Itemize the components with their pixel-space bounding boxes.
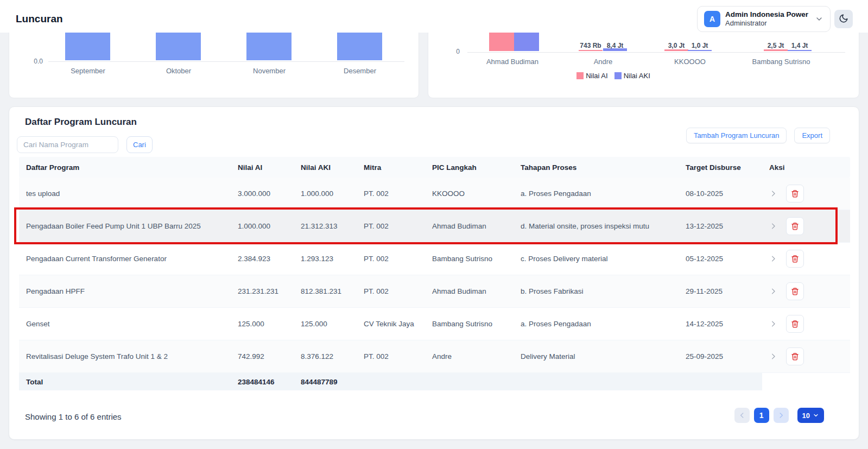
chart-legend: Nilai AI Nilai AKI [428,72,799,80]
expand-row-icon[interactable] [769,320,777,328]
expand-row-icon[interactable] [769,222,777,230]
cell-target: 05-12-2025 [679,255,762,263]
col-mitra: Mitra [357,163,425,172]
total-label: Total [19,373,231,390]
table-row[interactable]: Pengadaan HPFF 231.231.231 812.381.231 P… [19,275,850,308]
cell-aksi [762,185,850,203]
cell-aksi [762,347,850,365]
col-nilai-ai: Nilai AI [231,163,294,172]
cell-target: 29-11-2025 [679,287,762,295]
table-row-highlighted[interactable]: Pengadaan Boiler Feed Pump Unit 1 UBP Ba… [19,210,850,243]
table-header-row: Daftar Program Nilai AI Nilai AKI Mitra … [19,157,850,178]
x-label-bambang: Bambang Sutrisno [743,58,819,66]
prev-page-button[interactable] [734,408,750,423]
cell-nilai-ai: 1.000.000 [231,222,294,230]
expand-row-icon[interactable] [769,352,777,361]
cell-target: 13-12-2025 [679,222,762,230]
col-nilai-aki: Nilai AKI [294,163,357,172]
x-label-oktober: Oktober [143,67,214,75]
cell-mitra: CV Teknik Jaya [357,320,425,328]
legend-item-nilai-aki: Nilai AKI [614,72,650,80]
search-input[interactable] [17,136,118,153]
cell-pic: KKOOOO [425,189,514,198]
cell-tahapan: a. Proses Pengadaan [514,320,679,328]
cell-program: Genset [19,320,231,328]
delete-row-button[interactable] [786,282,804,300]
value-label-andre-aki: 8,4 Jt [598,42,632,49]
table-row[interactable]: Genset 125.000 125.000 CV Teknik Jaya Ba… [19,308,850,340]
cell-mitra: PT. 002 [357,287,425,295]
delete-row-button[interactable] [786,250,804,268]
table-row[interactable]: tes upload 3.000.000 1.000.000 PT. 002 K… [19,178,850,210]
x-axis [467,52,845,53]
trash-icon [791,287,799,295]
col-aksi: Aksi [762,163,850,172]
cell-mitra: PT. 002 [357,352,425,361]
table-row[interactable]: Revitalisasi Deluge System Trafo Unit 1 … [19,340,850,373]
pagination: 1 10 [734,408,824,423]
expand-row-icon[interactable] [769,287,777,295]
delete-row-button[interactable] [786,217,804,235]
page-title: Luncuran [16,13,63,25]
bar-kkoooo-nilai-aki [688,50,712,51]
table-row[interactable]: Pengadaan Current Transformer Generator … [19,243,850,275]
cell-nilai-aki: 812.381.231 [294,287,357,295]
value-label-kkoooo-aki: 1,0 Jt [683,42,717,49]
expand-row-icon[interactable] [769,255,777,263]
page-1-button[interactable]: 1 [754,408,769,423]
expand-row-icon[interactable] [769,189,777,198]
cell-target: 08-10-2025 [679,189,762,198]
page-size-value: 10 [802,412,810,420]
program-table: Daftar Program Nilai AI Nilai AKI Mitra … [19,157,850,390]
cell-nilai-ai: 231.231.231 [231,287,294,295]
legend-label: Nilai AI [586,72,607,80]
cell-pic: Ahmad Budiman [425,287,514,295]
x-label-november: November [234,67,305,75]
user-name: Admin Indonesia Power [725,10,808,20]
panel-actions: Tambah Program Luncuran Export [686,128,830,143]
tambah-program-button[interactable]: Tambah Program Luncuran [686,128,787,143]
cell-aksi [762,315,850,333]
cell-tahapan: Delivery Material [514,352,679,361]
delete-row-button[interactable] [786,185,804,203]
next-page-button[interactable] [774,408,789,423]
user-menu[interactable]: A Admin Indonesia Power Administrator [697,6,831,32]
top-header: Luncuran A Admin Indonesia Power Adminis… [0,0,868,33]
trash-icon [791,320,799,328]
cell-nilai-aki: 21.312.313 [294,222,357,230]
chevron-right-icon [777,412,785,419]
x-label-desember: Desember [325,67,395,75]
chevron-down-icon [813,412,819,419]
cell-aksi [762,282,850,300]
cell-tahapan: a. Proses Pengadaan [514,189,679,198]
cell-mitra: PT. 002 [357,222,425,230]
cari-button[interactable]: Cari [126,136,153,153]
delete-row-button[interactable] [786,347,804,365]
cell-tahapan: d. Material onsite, proses inspeksi mutu [514,222,679,230]
export-button[interactable]: Export [794,128,830,143]
cell-target: 14-12-2025 [679,320,762,328]
cell-program: Pengadaan Current Transformer Generator [19,255,231,263]
x-axis [48,61,404,62]
chevron-left-icon [738,412,746,419]
cell-pic: Andre [425,352,514,361]
cell-tahapan: c. Proses Delivery material [514,255,679,263]
cell-program: Revitalisasi Deluge System Trafo Unit 1 … [19,352,231,361]
legend-item-nilai-ai: Nilai AI [576,72,607,80]
page-size-select[interactable]: 10 [797,408,824,423]
dark-mode-toggle[interactable] [834,10,853,28]
total-nilai-aki: 844487789 [294,373,357,390]
delete-row-button[interactable] [786,315,804,333]
trash-icon [791,255,799,263]
trash-icon [791,352,799,361]
cell-program: tes upload [19,189,231,198]
user-info: Admin Indonesia Power Administrator [725,10,808,28]
bar-kkoooo-nilai-ai [664,49,688,51]
cell-program: Pengadaan HPFF [19,287,231,295]
legend-swatch-blue [614,72,622,79]
bar-andre-nilai-ai [579,50,603,51]
y-axis-tick: 0 [452,48,460,55]
moon-icon [839,14,848,25]
col-target-disburse: Target Disburse [679,163,762,172]
value-label-bambang-aki: 1,4 Jt [783,42,816,49]
